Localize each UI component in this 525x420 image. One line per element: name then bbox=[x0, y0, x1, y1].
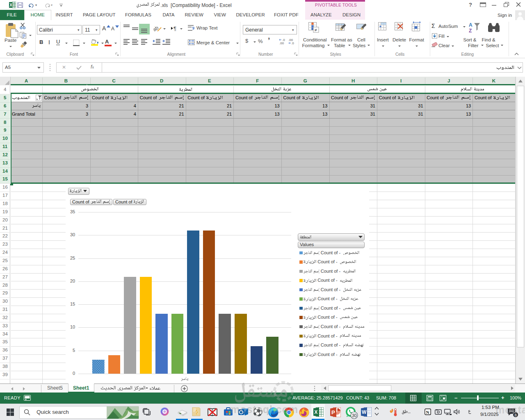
svg-text:W: W bbox=[362, 409, 367, 415]
svg-text:P: P bbox=[331, 409, 335, 415]
svg-text:¶: ¶ bbox=[173, 25, 176, 31]
svg-text:30: 30 bbox=[352, 413, 357, 418]
svg-text:Z: Z bbox=[469, 28, 472, 34]
svg-text:N: N bbox=[426, 410, 429, 415]
svg-text:.0: .0 bbox=[291, 41, 294, 45]
svg-text:A: A bbox=[469, 22, 472, 28]
svg-text:X: X bbox=[314, 409, 317, 415]
svg-text:.00: .00 bbox=[279, 41, 284, 45]
svg-text:≠: ≠ bbox=[315, 27, 317, 32]
svg-text:X: X bbox=[9, 3, 12, 7]
svg-text:ab: ab bbox=[153, 25, 160, 32]
